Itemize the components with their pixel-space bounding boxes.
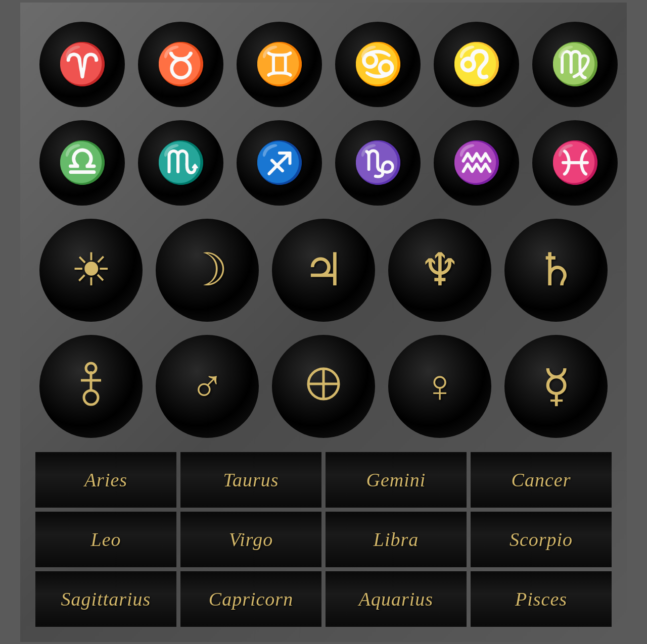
- venus-symbol: ♀: [423, 364, 457, 409]
- symbol-row-3: ☀ ☽ ♃ ♆ ♄: [35, 215, 612, 326]
- virgo-symbol: ♍: [550, 44, 600, 84]
- symbol-row-4: ♂ ♀ ☿: [35, 331, 612, 442]
- earth-coin[interactable]: [268, 331, 379, 442]
- mercury-symbol: ☿: [542, 364, 570, 409]
- scorpio-coin[interactable]: ♏: [134, 116, 227, 210]
- leo-label[interactable]: Leo: [35, 512, 176, 567]
- aries-label[interactable]: Aries: [35, 452, 176, 508]
- cancer-coin[interactable]: ♋: [331, 18, 425, 111]
- taurus-coin[interactable]: ♉: [134, 18, 227, 111]
- sagittarius-coin[interactable]: ♐: [233, 116, 326, 210]
- cancer-label-text: Cancer: [512, 469, 571, 491]
- pisces-label-text: Pisces: [515, 588, 567, 610]
- pisces-symbol: ♓: [550, 142, 600, 183]
- pluto-coin[interactable]: [35, 331, 147, 442]
- moon-symbol: ☽: [187, 247, 228, 293]
- aquarius-label[interactable]: Aquarius: [326, 571, 467, 627]
- libra-label-text: Libra: [374, 528, 419, 551]
- scorpio-label[interactable]: Scorpio: [471, 512, 612, 567]
- symbol-row-1: ♈ ♉ ♊ ♋ ♌ ♍: [35, 18, 612, 111]
- sun-symbol: ☀: [71, 247, 112, 293]
- taurus-label-text: Taurus: [223, 469, 279, 491]
- aries-label-text: Aries: [84, 469, 127, 491]
- sagittarius-label-text: Sagittarius: [61, 588, 151, 610]
- aquarius-coin[interactable]: ♒: [430, 116, 523, 210]
- scorpio-label-text: Scorpio: [510, 528, 573, 551]
- label-row-1: Aries Taurus Gemini Cancer: [35, 452, 612, 508]
- libra-label[interactable]: Libra: [326, 512, 467, 567]
- gemini-symbol: ♊: [254, 44, 305, 84]
- aries-symbol: ♈: [57, 44, 108, 84]
- virgo-label[interactable]: Virgo: [180, 512, 321, 567]
- taurus-label[interactable]: Taurus: [180, 452, 321, 508]
- saturn-symbol: ♄: [536, 247, 577, 293]
- virgo-coin[interactable]: ♍: [528, 18, 622, 111]
- leo-label-text: Leo: [91, 528, 121, 551]
- pisces-coin[interactable]: ♓: [528, 116, 622, 210]
- libra-symbol: ♎: [57, 142, 108, 183]
- sagittarius-symbol: ♐: [254, 142, 305, 183]
- label-row-3: Sagittarius Capricorn Aquarius Pisces: [35, 571, 612, 627]
- label-row-2: Leo Virgo Libra Scorpio: [35, 512, 612, 567]
- jupiter-coin[interactable]: ♃: [268, 215, 379, 326]
- mars-coin[interactable]: ♂: [152, 331, 263, 442]
- jupiter-symbol: ♃: [303, 247, 344, 293]
- capricorn-symbol: ♑: [353, 142, 403, 183]
- aquarius-label-text: Aquarius: [359, 588, 433, 610]
- symbols-section: ♈ ♉ ♊ ♋ ♌ ♍ ♎ ♏: [35, 18, 612, 442]
- earth-symbol: [303, 364, 344, 409]
- cancer-symbol: ♋: [353, 44, 403, 84]
- aries-coin[interactable]: ♈: [35, 18, 129, 111]
- pluto-symbol: [71, 361, 111, 412]
- main-container: ♈ ♉ ♊ ♋ ♌ ♍ ♎ ♏: [20, 3, 627, 642]
- leo-symbol: ♌: [451, 44, 502, 84]
- capricorn-label[interactable]: Capricorn: [180, 571, 321, 627]
- pisces-label[interactable]: Pisces: [471, 571, 612, 627]
- virgo-label-text: Virgo: [229, 528, 273, 551]
- leo-coin[interactable]: ♌: [430, 18, 523, 111]
- gemini-label-text: Gemini: [366, 469, 426, 491]
- moon-coin[interactable]: ☽: [152, 215, 263, 326]
- mercury-coin[interactable]: ☿: [500, 331, 612, 442]
- cancer-label[interactable]: Cancer: [471, 452, 612, 508]
- svg-point-0: [84, 390, 98, 405]
- saturn-coin[interactable]: ♄: [500, 215, 612, 326]
- symbol-row-2: ♎ ♏ ♐ ♑ ♒ ♓: [35, 116, 612, 210]
- gemini-coin[interactable]: ♊: [233, 18, 326, 111]
- venus-coin[interactable]: ♀: [384, 331, 495, 442]
- labels-section: Aries Taurus Gemini Cancer Leo Virgo Lib…: [35, 452, 612, 627]
- capricorn-coin[interactable]: ♑: [331, 116, 425, 210]
- gemini-label[interactable]: Gemini: [326, 452, 467, 508]
- aquarius-symbol: ♒: [451, 142, 502, 183]
- sagittarius-label[interactable]: Sagittarius: [35, 571, 176, 627]
- scorpio-symbol: ♏: [156, 142, 206, 183]
- neptune-symbol: ♆: [420, 247, 460, 293]
- sun-coin[interactable]: ☀: [35, 215, 147, 326]
- libra-coin[interactable]: ♎: [35, 116, 129, 210]
- neptune-coin[interactable]: ♆: [384, 215, 495, 326]
- capricorn-label-text: Capricorn: [209, 588, 293, 610]
- mars-symbol: ♂: [190, 364, 224, 409]
- taurus-symbol: ♉: [156, 44, 206, 84]
